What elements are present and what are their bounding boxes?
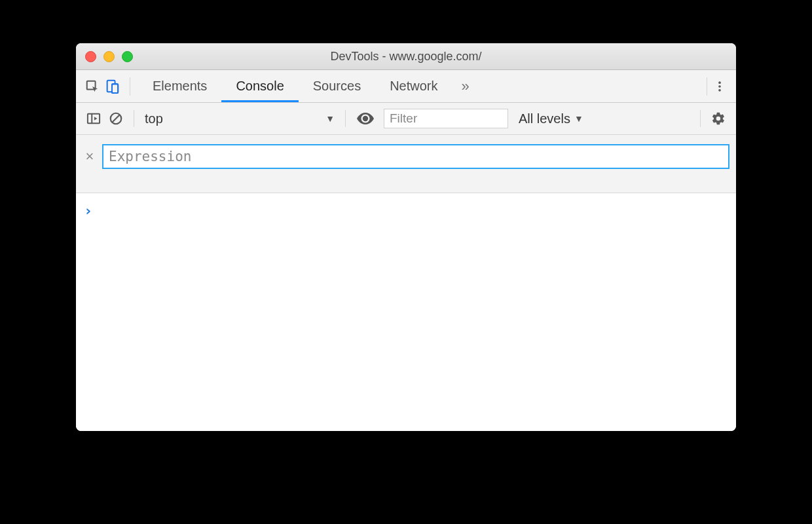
tabs-bar: Elements Console Sources Network »: [76, 70, 736, 103]
sidebar-icon: [86, 112, 101, 125]
live-expression-input[interactable]: [102, 144, 729, 169]
window-title: DevTools - www.google.com/: [76, 50, 736, 64]
inspect-element-icon[interactable]: [83, 70, 102, 102]
create-live-expression-button[interactable]: [352, 113, 378, 124]
tab-label: Sources: [313, 79, 361, 94]
tabs-overflow-button[interactable]: »: [452, 78, 479, 95]
tab-label: Elements: [153, 79, 207, 94]
levels-label: All levels: [519, 111, 570, 126]
traffic-lights: [85, 51, 133, 62]
devtools-window: DevTools - www.google.com/ Elements Cons…: [76, 43, 736, 431]
tab-sources[interactable]: Sources: [299, 70, 375, 102]
log-levels-selector[interactable]: All levels ▼: [519, 111, 583, 126]
tab-console[interactable]: Console: [221, 70, 298, 102]
svg-point-6: [718, 89, 721, 92]
clear-console-button[interactable]: [105, 103, 127, 134]
tabs-bar-right: [696, 70, 729, 102]
window-close-button[interactable]: [85, 51, 96, 62]
window-maximize-button[interactable]: [122, 51, 133, 62]
toggle-console-sidebar-button[interactable]: [83, 103, 105, 134]
remove-live-expression-button[interactable]: ×: [83, 149, 97, 164]
chevron-down-icon: ▼: [325, 113, 335, 124]
eye-icon: [357, 113, 374, 124]
separator: [130, 77, 130, 96]
separator: [700, 110, 701, 127]
svg-point-11: [363, 116, 368, 121]
kebab-icon: [713, 80, 726, 93]
console-toolbar-right: [693, 103, 729, 134]
window-minimize-button[interactable]: [103, 51, 115, 62]
console-body[interactable]: ›: [76, 193, 736, 431]
execution-context-selector[interactable]: top ▼: [141, 108, 339, 129]
svg-rect-7: [88, 114, 100, 124]
tabs: Elements Console Sources Network: [138, 70, 452, 102]
gear-icon: [711, 111, 726, 126]
device-toolbar-icon[interactable]: [102, 70, 122, 102]
separator: [707, 77, 707, 96]
separator: [134, 110, 134, 127]
tab-label: Console: [236, 79, 284, 94]
more-options-button[interactable]: [710, 70, 729, 102]
close-icon: ×: [86, 149, 94, 164]
tab-label: Network: [390, 79, 437, 94]
context-label: top: [145, 111, 163, 126]
svg-line-10: [113, 115, 120, 122]
titlebar: DevTools - www.google.com/: [76, 43, 736, 70]
separator: [345, 110, 346, 127]
tab-network[interactable]: Network: [375, 70, 452, 102]
svg-rect-2: [112, 84, 118, 93]
console-toolbar: top ▼ All levels ▼: [76, 103, 736, 135]
filter-input[interactable]: [384, 109, 508, 128]
tab-elements[interactable]: Elements: [138, 70, 221, 102]
svg-point-4: [718, 81, 721, 84]
clear-icon: [109, 111, 123, 126]
live-expression-area: ×: [76, 135, 736, 193]
console-settings-button[interactable]: [707, 103, 729, 134]
console-prompt-icon: ›: [84, 202, 92, 219]
chevron-down-icon: ▼: [574, 113, 583, 124]
svg-point-5: [718, 85, 721, 88]
chevron-double-right-icon: »: [461, 78, 469, 95]
